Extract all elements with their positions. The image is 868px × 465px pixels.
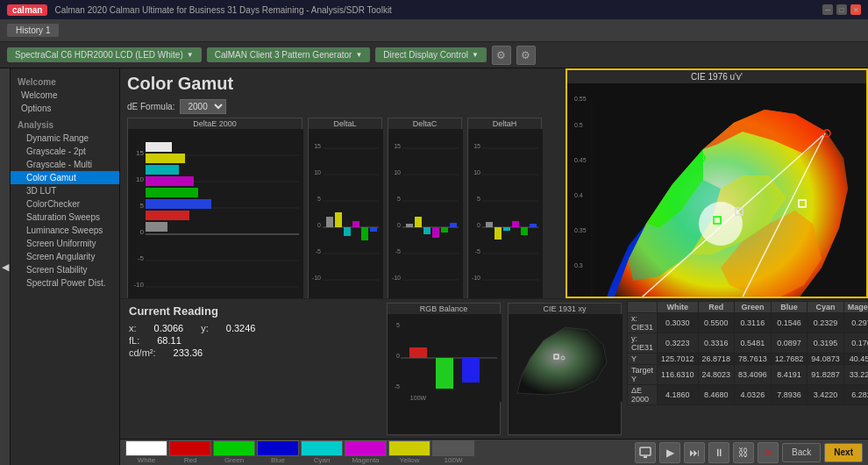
sidebar-item-grayscale-multi[interactable]: Grayscale - Multi bbox=[11, 158, 119, 171]
sidebar-section-welcome: Welcome bbox=[11, 75, 119, 89]
table-row: ΔE 2000 4.1860 8.4680 4.0326 7.8936 3.42… bbox=[628, 385, 869, 405]
svg-rect-49 bbox=[352, 221, 359, 227]
sidebar: Welcome Welcome Options Analysis Dynamic… bbox=[11, 68, 120, 465]
sidebar-item-3dlut[interactable]: 3D LUT bbox=[11, 184, 119, 197]
delta-h-title: DeltaH bbox=[468, 118, 541, 129]
cell-blue-x: 0.1546 bbox=[771, 313, 808, 333]
sidebar-item-dynamic-range[interactable]: Dynamic Range bbox=[11, 132, 119, 145]
swatch-item-blue[interactable]: Blue bbox=[257, 440, 299, 464]
de-formula-select[interactable]: 2000 76 94 bbox=[180, 99, 226, 114]
swatch-item-red[interactable]: Red bbox=[169, 440, 211, 464]
cie-title: CIE 1976 u'v' bbox=[567, 70, 866, 83]
sidebar-section-analysis: Analysis bbox=[11, 118, 119, 132]
calman-client-button[interactable]: CalMAN Client 3 Pattern Generator ▼ bbox=[207, 47, 371, 62]
sidebar-item-screen-stability[interactable]: Screen Stability bbox=[11, 263, 119, 276]
next-button[interactable]: Next bbox=[824, 443, 863, 462]
spectracal-label: SpectraCal C6 HDR2000 LCD (LED White) bbox=[15, 50, 183, 60]
svg-text:0.4: 0.4 bbox=[574, 192, 583, 198]
col-header-red: Red bbox=[698, 302, 735, 313]
svg-rect-30 bbox=[146, 222, 167, 232]
fl-value: 68.11 bbox=[157, 335, 181, 346]
swatch-item-green[interactable]: Green bbox=[213, 440, 255, 464]
svg-rect-91 bbox=[512, 221, 519, 227]
svg-rect-29 bbox=[146, 211, 189, 220]
settings-button[interactable]: ⚙ bbox=[492, 46, 511, 65]
skip-icon-btn[interactable]: ⏭ bbox=[684, 442, 705, 463]
sidebar-item-colorchecker[interactable]: ColorChecker bbox=[11, 197, 119, 211]
svg-text:10: 10 bbox=[473, 169, 480, 175]
svg-text:15: 15 bbox=[473, 143, 480, 149]
link-icon-btn[interactable]: ⛓ bbox=[733, 442, 754, 463]
history-tab[interactable]: History 1 bbox=[7, 24, 59, 37]
color-gamut-area: Color Gamut dE Formula: 2000 76 94 Delta… bbox=[120, 68, 868, 298]
cell-white-y: 0.3223 bbox=[658, 333, 699, 354]
close-button[interactable]: ✕ bbox=[850, 4, 861, 15]
cell-green-x: 0.3116 bbox=[735, 313, 772, 333]
back-button[interactable]: Back bbox=[782, 443, 821, 462]
svg-rect-25 bbox=[146, 165, 179, 175]
svg-rect-89 bbox=[494, 227, 502, 240]
sidebar-toggle[interactable]: ◀ bbox=[0, 68, 11, 465]
sidebar-item-luminance[interactable]: Luminance Sweeps bbox=[11, 224, 119, 237]
cie-1976-svg: 0.55 0.5 0.45 0.4 0.35 0.3 0.25 0.2 0 0.… bbox=[567, 83, 868, 298]
svg-text:0.5: 0.5 bbox=[574, 122, 583, 128]
cell-red-ty: 24.8023 bbox=[698, 365, 735, 385]
sidebar-item-saturation[interactable]: Saturation Sweeps bbox=[11, 211, 119, 224]
delta-l-chart: DeltaL 15 10 5 0 -5 -10 -15 bbox=[308, 118, 382, 298]
swatch-item-white[interactable]: White bbox=[125, 440, 167, 464]
x-value: 0.3066 bbox=[154, 323, 184, 333]
svg-text:0: 0 bbox=[397, 222, 401, 228]
col-header-green: Green bbox=[735, 302, 772, 313]
svg-rect-24 bbox=[146, 154, 185, 163]
play-icon-btn[interactable]: ▶ bbox=[659, 442, 680, 463]
swatch-label-100w: 100W bbox=[445, 456, 463, 464]
cell-white-de: 4.1860 bbox=[658, 385, 699, 405]
direct-display-label: Direct Display Control bbox=[383, 50, 468, 60]
swatch-item-100w[interactable]: 100W bbox=[432, 440, 474, 464]
minimize-button[interactable]: ─ bbox=[822, 4, 833, 15]
row-label-Y: Y bbox=[628, 354, 658, 365]
svg-rect-71 bbox=[441, 227, 448, 232]
cell-cyan-ty: 91.8287 bbox=[808, 365, 844, 385]
swatch-label-blue: Blue bbox=[271, 456, 285, 464]
pause-icon-btn[interactable]: ⏸ bbox=[708, 442, 729, 463]
bottom-swatches: White Red Green Blue Cyan bbox=[125, 440, 474, 464]
sidebar-item-welcome[interactable]: Welcome bbox=[11, 89, 119, 102]
col-header-blue: Blue bbox=[771, 302, 808, 313]
swatch-item-cyan[interactable]: Cyan bbox=[301, 440, 343, 464]
svg-text:0.3: 0.3 bbox=[574, 262, 583, 268]
swatch-item-magenta[interactable]: Magenta bbox=[345, 440, 387, 464]
cdm2-label: cd/m²: bbox=[129, 347, 156, 358]
x-icon-btn[interactable]: ✕ bbox=[758, 442, 779, 463]
settings-button2[interactable]: ⚙ bbox=[516, 46, 536, 65]
spectracal-button[interactable]: SpectraCal C6 HDR2000 LCD (LED White) ▼ bbox=[7, 47, 202, 62]
sidebar-item-grayscale-2pt[interactable]: Grayscale - 2pt bbox=[11, 145, 119, 158]
svg-text:-5: -5 bbox=[316, 248, 321, 254]
y-value: 0.3246 bbox=[226, 323, 256, 333]
sidebar-item-screen-angularity[interactable]: Screen Angularity bbox=[11, 250, 119, 263]
svg-text:0: 0 bbox=[396, 353, 400, 359]
sidebar-item-options[interactable]: Options bbox=[11, 102, 119, 115]
direct-display-button[interactable]: Direct Display Control ▼ bbox=[375, 47, 487, 62]
maximize-button[interactable]: □ bbox=[836, 4, 847, 15]
cdm2-value: 233.36 bbox=[174, 347, 203, 358]
monitor-icon-btn[interactable] bbox=[635, 442, 656, 463]
sidebar-item-spectral[interactable]: Spectral Power Dist. bbox=[11, 276, 119, 290]
svg-text:-5: -5 bbox=[138, 254, 145, 262]
svg-text:0: 0 bbox=[477, 222, 480, 228]
swatch-item-yellow[interactable]: Yellow bbox=[388, 440, 430, 464]
svg-text:0.25: 0.25 bbox=[574, 297, 587, 298]
delta-l-title: DeltaL bbox=[309, 118, 381, 129]
cell-red-y: 0.3316 bbox=[698, 333, 735, 354]
swatch-label-magenta: Magenta bbox=[352, 456, 379, 464]
svg-rect-92 bbox=[521, 227, 528, 235]
direct-display-arrow: ▼ bbox=[472, 51, 479, 59]
svg-rect-27 bbox=[146, 188, 198, 197]
sidebar-item-screen-uniformity[interactable]: Screen Uniformity bbox=[11, 237, 119, 250]
col-header-label bbox=[628, 302, 658, 313]
svg-text:5: 5 bbox=[140, 202, 145, 210]
sidebar-item-color-gamut[interactable]: Color Gamut bbox=[11, 171, 119, 184]
cell-cyan-Y: 94.0873 bbox=[808, 354, 844, 365]
table-row: Y 125.7012 26.8718 78.7613 12.7682 94.08… bbox=[628, 354, 869, 365]
calman-client-label: CalMAN Client 3 Pattern Generator bbox=[215, 50, 352, 60]
